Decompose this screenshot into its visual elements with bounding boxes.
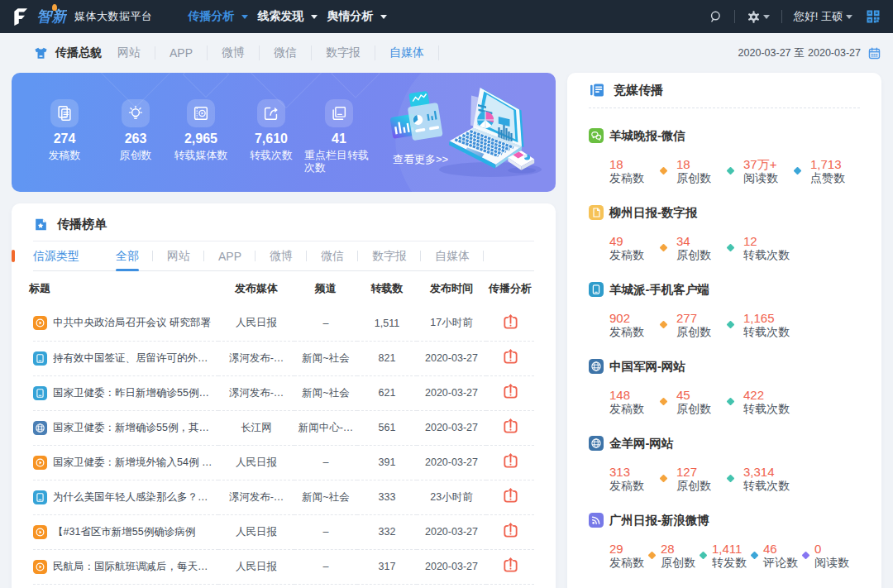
ranking-column-header: 频道: [294, 271, 357, 306]
competitor-item: 金羊网-网站313发稿数127原创数3,314转载次数: [589, 436, 881, 492]
filter-tabs: 全部网站APP微博微信数字报自媒体: [102, 241, 484, 270]
analysis-cell: [486, 341, 534, 375]
subnav-tab[interactable]: 网站: [103, 45, 155, 60]
subnav-tab[interactable]: 微信: [259, 45, 311, 60]
competitor-stat-value: 1,713: [810, 158, 877, 171]
banner-stat-label: 重点栏目转载次数: [304, 149, 374, 174]
ranking-filter-tab[interactable]: 自媒体: [421, 241, 484, 270]
analysis-cell: [486, 375, 534, 410]
ranking-filter-tab[interactable]: 网站: [153, 241, 204, 270]
publish-time-cell: 2020-03-27: [417, 375, 486, 410]
share-out-icon: [502, 487, 519, 504]
media-cell: 漯河发布-…: [218, 341, 294, 375]
subnav-tab[interactable]: 数字报: [311, 45, 375, 60]
repost-count-cell: 317: [357, 549, 417, 584]
competitor-card: 竞媒传播 羊城晚报-微信18发稿数18原创数37万+阅读数1,713点赞数柳州日…: [567, 73, 881, 588]
channel-cell: –: [294, 306, 357, 341]
analysis-share-button[interactable]: [502, 452, 519, 470]
article-title-cell[interactable]: 【#31省区市新增55例确诊病例: [33, 514, 218, 549]
analysis-share-button[interactable]: [502, 522, 519, 539]
analysis-cell: [486, 549, 534, 584]
article-title-cell[interactable]: 为什么美国年轻人感染那么多？…: [33, 480, 218, 514]
competitor-stat-label: 发稿数: [609, 172, 676, 184]
search-icon[interactable]: [709, 10, 723, 24]
publish-time-cell: 2020-03-27: [417, 514, 486, 549]
competitor-item-header: 中国军网-网站: [589, 359, 881, 374]
chevron-down-icon: [241, 15, 248, 19]
top-nav-item-label: 线索发现: [258, 9, 304, 24]
subnav-tab[interactable]: APP: [155, 46, 207, 60]
article-title-cell[interactable]: 中共中央政治局召开会议 研究部署: [33, 306, 218, 341]
channel-cell: –: [294, 514, 357, 549]
app-source-icon: [33, 490, 47, 504]
analysis-share-button[interactable]: [502, 557, 519, 574]
subnav-overview-label: 传播总貌: [55, 45, 102, 60]
article-title-cell[interactable]: 持有效中国签证、居留许可的外…: [33, 341, 218, 375]
analysis-share-button[interactable]: [502, 348, 519, 366]
article-title-cell[interactable]: 民航局：国际航班调减后，每天…: [33, 549, 218, 584]
qr-code-icon[interactable]: [865, 8, 881, 25]
subnav-tab[interactable]: 自媒体: [375, 45, 439, 60]
chevron-down-icon: [380, 15, 387, 19]
ranking-column-header: 标题: [33, 271, 218, 306]
top-nav-item[interactable]: 线索发现: [258, 9, 318, 24]
top-nav-item[interactable]: 舆情分析: [327, 9, 387, 24]
competitor-item: 羊城晚报-微信18发稿数18原创数37万+阅读数1,713点赞数: [589, 128, 881, 184]
banner-stat: 41重点栏目转载次数: [304, 99, 374, 174]
subnav-tabs: 网站APP微博微信数字报自媒体: [103, 45, 439, 60]
ranking-filter-tab[interactable]: APP: [204, 241, 255, 270]
date-range[interactable]: 2020-03-27 至 2020-03-27: [738, 46, 881, 60]
competitor-stat: 37万+阅读数: [743, 158, 810, 184]
article-title-cell[interactable]: 国家卫健委：新增确诊55例，其…: [33, 410, 218, 445]
competitor-item-header: 金羊网-网站: [589, 436, 881, 451]
competitor-stat-label: 原创数: [676, 403, 743, 415]
publish-time-cell: 23小时前: [417, 480, 486, 514]
ranking-title: 传播榜单: [57, 217, 107, 232]
calendar-icon: [867, 46, 881, 60]
greeting-text: 您好! 王硕: [794, 9, 843, 24]
competitor-stat: 46评论数: [763, 543, 814, 569]
analysis-share-button[interactable]: [502, 313, 519, 331]
competitor-stat-label: 原创数: [676, 326, 743, 338]
subnav-tab[interactable]: 微博: [207, 45, 259, 60]
product-name: 媒体大数据平台: [74, 9, 153, 24]
top-nav: 传播分析线索发现舆情分析: [189, 9, 397, 24]
competitor-stat-value: 3,314: [743, 466, 810, 479]
article-title-cell[interactable]: 国家卫健委：昨日新增确诊55例…: [33, 375, 218, 410]
top-nav-item[interactable]: 传播分析: [189, 9, 248, 24]
top-nav-item-label: 传播分析: [189, 9, 235, 24]
share-out-icon: [502, 522, 519, 539]
date-separator: 至: [795, 46, 805, 60]
user-menu[interactable]: 您好! 王硕: [794, 9, 852, 24]
ranking-filter-tab[interactable]: 数字报: [358, 241, 421, 270]
ranking-filter-tab[interactable]: 微信: [307, 241, 358, 270]
ranking-filter-tab[interactable]: 微博: [255, 241, 307, 270]
ranking-card: 传播榜单 信源类型 全部网站APP微博微信数字报自媒体 标题发布媒体频道转载数发…: [12, 203, 556, 588]
repost-count-cell: 821: [357, 341, 417, 375]
globe-icon: [589, 359, 604, 374]
competitor-item-header: 羊城晚报-微信: [589, 128, 881, 143]
publish-time-cell: 17小时前: [417, 306, 486, 341]
analysis-share-button[interactable]: [502, 418, 519, 435]
competitor-stat: 127原创数: [676, 466, 743, 492]
forward-icon: [262, 104, 280, 122]
subnav-overview[interactable]: 传播总貌: [33, 45, 102, 61]
settings-menu[interactable]: [747, 10, 770, 24]
competitor-stat: 18发稿数: [609, 158, 676, 184]
analysis-share-button[interactable]: [502, 383, 519, 400]
repost-count-cell: 561: [357, 410, 417, 445]
analysis-share-button[interactable]: [502, 487, 519, 504]
ranking-filter-tab[interactable]: 全部: [102, 241, 153, 270]
topbar-divider: [781, 10, 782, 23]
competitor-name: 广州日报-新浪微博: [609, 513, 709, 528]
publish-time-cell: 2020-03-27: [417, 341, 486, 375]
competitor-stat-label: 阅读数: [743, 172, 810, 184]
competitor-stat-label: 原创数: [676, 172, 743, 184]
competitor-stat-label: 阅读数: [814, 557, 866, 569]
competitor-stat-value: 422: [743, 389, 810, 402]
competitor-stat: 45原创数: [676, 389, 743, 415]
share-out-icon: [502, 418, 519, 435]
play-source-icon: [33, 560, 47, 574]
banner-stat-value: 2,965: [184, 131, 217, 146]
article-title-cell[interactable]: 国家卫健委：新增境外输入54例 …: [33, 445, 218, 480]
